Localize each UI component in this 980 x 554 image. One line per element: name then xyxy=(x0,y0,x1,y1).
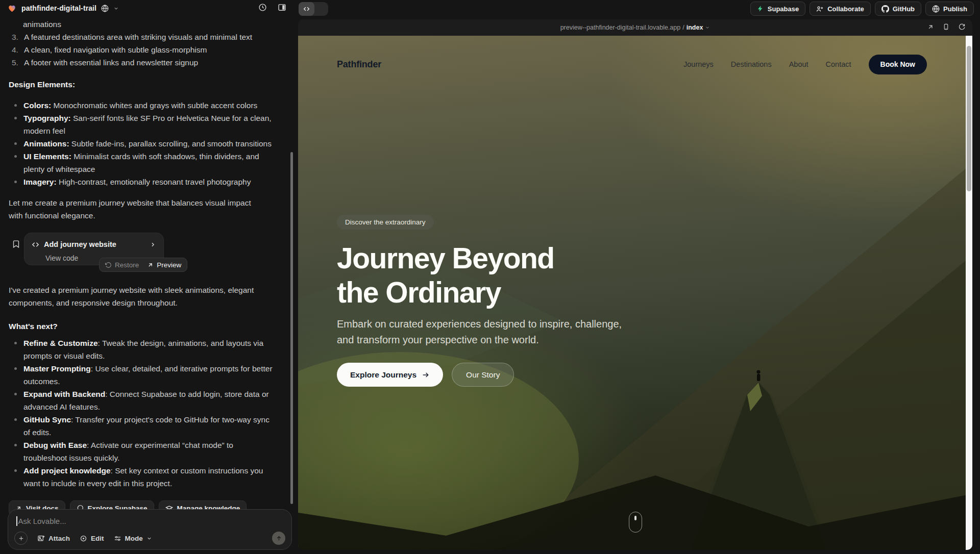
page-chevron-down-icon[interactable] xyxy=(705,25,710,30)
header-actions: Supabase Collaborate GitHub Publish xyxy=(750,2,974,16)
our-story-button[interactable]: Our Story xyxy=(452,363,514,387)
refresh-icon[interactable] xyxy=(958,23,965,32)
site-viewport: Pathfinder Journeys Destinations About C… xyxy=(298,36,972,550)
hero-heading: Journey Beyondthe Ordinary xyxy=(337,241,674,309)
preview-url-host[interactable]: preview--pathfinder-digital-trail.lovabl… xyxy=(560,24,681,31)
preview-button[interactable]: Preview xyxy=(147,259,181,271)
collaborate-users-icon xyxy=(816,5,824,13)
list-item: Typography: San-serif fonts like SF Pro … xyxy=(9,112,281,137)
tool-call-card-wrap: Add journey website View code Restore Pr… xyxy=(24,233,164,265)
preview-bar-actions xyxy=(927,19,965,36)
supabase-button[interactable]: Supabase xyxy=(750,2,805,16)
nav-link-destinations[interactable]: Destinations xyxy=(731,60,772,68)
lovable-app: pathfinder-digital-trail Sup xyxy=(0,0,980,554)
list-item: UI Elements: Minimalist cards with soft … xyxy=(9,150,281,175)
list-item: Refine & Customize: Tweak the design, an… xyxy=(9,337,274,362)
nav-link-about[interactable]: About xyxy=(789,60,808,68)
list-item: Master Prompting: Use clear, detailed, a… xyxy=(9,362,274,388)
arrow-right-icon xyxy=(422,371,430,379)
list-item: Expand with Backend: Connect Supabase to… xyxy=(9,388,274,413)
bookmark-icon[interactable] xyxy=(12,239,20,252)
history-icon[interactable] xyxy=(258,3,267,14)
code-icon xyxy=(32,241,39,248)
github-icon xyxy=(881,5,889,13)
publish-globe-icon xyxy=(932,5,940,13)
github-button[interactable]: GitHub xyxy=(875,2,921,16)
arrow-up-icon xyxy=(276,535,282,542)
numbered-item: 4. A clean, fixed navigation with subtle… xyxy=(9,43,281,56)
edit-select-button[interactable]: Edit xyxy=(80,535,104,542)
attach-button[interactable]: Attach xyxy=(37,535,70,542)
project-globe-icon xyxy=(101,5,109,12)
chat-scrollbar[interactable] xyxy=(290,152,293,504)
list-item: Animations: Subtle fade-ins, parallax sc… xyxy=(9,137,281,150)
design-elements-list: Colors: Monochromatic whites and grays w… xyxy=(9,99,281,188)
hiker-silhouette xyxy=(756,370,760,381)
code-view-toggle[interactable] xyxy=(299,2,328,16)
sliders-icon xyxy=(114,535,121,542)
list-item: Colors: Monochromatic whites and grays w… xyxy=(9,99,281,112)
book-now-button[interactable]: Book Now xyxy=(869,55,927,74)
nav-link-journeys[interactable]: Journeys xyxy=(683,60,714,68)
mode-selector[interactable]: Mode xyxy=(114,535,152,542)
restore-button[interactable]: Restore xyxy=(105,259,139,271)
nav-link-contact[interactable]: Contact xyxy=(826,60,851,68)
publish-button[interactable]: Publish xyxy=(925,2,974,16)
site-scrollbar-thumb[interactable] xyxy=(967,46,971,191)
open-external-icon[interactable] xyxy=(927,23,934,32)
whats-next-list: Refine & Customize: Tweak the design, an… xyxy=(9,337,281,490)
collaborate-button[interactable]: Collaborate xyxy=(810,2,871,16)
hero-subtitle: Embark on curated experiences designed t… xyxy=(337,316,635,348)
code-icon[interactable] xyxy=(299,2,314,16)
add-attachment-button[interactable] xyxy=(14,532,28,545)
hero-badge: Discover the extraordinary xyxy=(337,215,434,230)
chat-input-placeholder[interactable]: Ask Lovable... xyxy=(18,517,66,525)
numbered-item: 3. A featured destinations area with str… xyxy=(9,31,281,43)
restore-preview-pill: Restore Preview xyxy=(99,258,187,272)
list-item: Debug with Ease: Activate our experiment… xyxy=(9,439,274,464)
preview-url-page[interactable]: index xyxy=(687,24,703,31)
site-brand[interactable]: Pathfinder xyxy=(337,59,381,70)
whats-next-heading: What's next? xyxy=(9,320,281,333)
preview-panel: preview--pathfinder-digital-trail.lovabl… xyxy=(298,19,972,550)
site-scrollbar-track[interactable] xyxy=(966,36,972,550)
hero-section: Discover the extraordinary Journey Beyon… xyxy=(337,215,674,387)
numbered-item: 5. A footer with essential links and new… xyxy=(9,56,281,69)
project-chevron-down-icon[interactable] xyxy=(113,6,119,11)
chat-panel: animations 3. A featured destinations ar… xyxy=(0,15,295,554)
chevron-down-icon xyxy=(146,536,152,541)
plus-icon xyxy=(18,535,24,542)
explore-journeys-button[interactable]: Explore Journeys xyxy=(337,363,443,387)
preview-url-bar: preview--pathfinder-digital-trail.lovabl… xyxy=(298,19,972,36)
list-item: Add project knowledge: Set key context o… xyxy=(9,464,274,490)
text-caret xyxy=(16,516,17,526)
header-tools xyxy=(258,0,286,16)
list-item: Imagery: High-contrast, emotionally reso… xyxy=(9,175,281,188)
panel-layout-icon[interactable] xyxy=(278,3,286,14)
arrow-up-right-icon xyxy=(147,262,154,268)
target-icon xyxy=(80,535,87,542)
send-button[interactable] xyxy=(272,532,285,545)
assistant-message: I've created a premium journey website w… xyxy=(9,284,266,309)
tool-card-title: Add journey website xyxy=(44,238,145,251)
mobile-view-icon[interactable] xyxy=(943,23,949,32)
supabase-icon xyxy=(757,5,764,12)
assistant-message: Let me create a premium journey website … xyxy=(9,196,266,222)
design-elements-heading: Design Elements: xyxy=(9,78,281,91)
chat-input-box[interactable]: Ask Lovable... Attach Edit Mode xyxy=(8,509,292,550)
restore-icon xyxy=(105,262,112,268)
chevron-right-icon xyxy=(150,241,156,248)
lovable-logo-icon xyxy=(7,4,17,13)
project-name: pathfinder-digital-trail xyxy=(21,4,96,12)
site-navbar: Pathfinder Journeys Destinations About C… xyxy=(298,36,966,93)
image-icon xyxy=(37,535,45,542)
scroll-indicator-icon xyxy=(629,512,642,533)
clipped-list-line: animations xyxy=(9,18,281,31)
list-item: GitHub Sync: Transfer your project's cod… xyxy=(9,413,274,439)
chat-transcript: animations 3. A featured destinations ar… xyxy=(0,15,290,505)
project-menu[interactable]: pathfinder-digital-trail xyxy=(7,0,119,16)
